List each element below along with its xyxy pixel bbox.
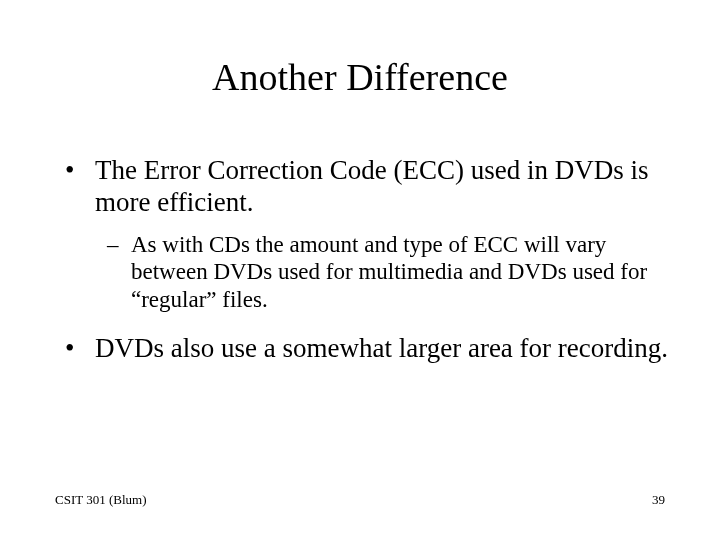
slide: Another Difference • The Error Correctio…	[0, 0, 720, 540]
bullet-marker: •	[65, 332, 95, 364]
bullet-marker: –	[107, 231, 131, 314]
bullet-text: As with CDs the amount and type of ECC w…	[131, 231, 670, 314]
slide-footer: CSIT 301 (Blum) 39	[55, 492, 665, 508]
footer-left: CSIT 301 (Blum)	[55, 492, 147, 508]
bullet-item: • The Error Correction Code (ECC) used i…	[65, 154, 670, 219]
slide-number: 39	[652, 492, 665, 508]
bullet-text: The Error Correction Code (ECC) used in …	[95, 154, 670, 219]
bullet-text: DVDs also use a somewhat larger area for…	[95, 332, 670, 364]
bullet-marker: •	[65, 154, 95, 219]
slide-title: Another Difference	[50, 55, 670, 99]
bullet-item: • DVDs also use a somewhat larger area f…	[65, 332, 670, 364]
slide-content: • The Error Correction Code (ECC) used i…	[50, 154, 670, 364]
bullet-subitem: – As with CDs the amount and type of ECC…	[107, 231, 670, 314]
